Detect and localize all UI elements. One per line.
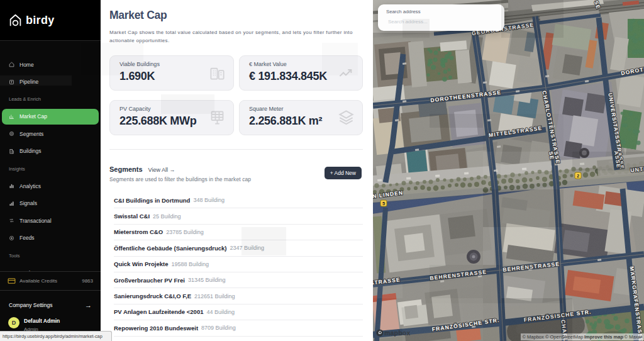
svg-text:mapbox: mapbox [384, 329, 410, 337]
svg-text:2: 2 [577, 173, 579, 179]
svg-text:5: 5 [382, 201, 385, 206]
